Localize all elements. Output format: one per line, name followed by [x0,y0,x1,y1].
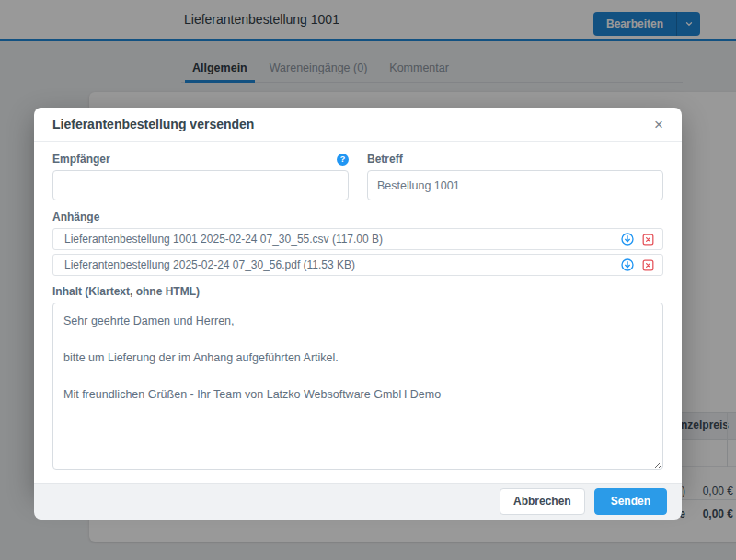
recipient-input[interactable] [52,170,349,200]
modal-body: Empfänger ? Betreff Anhänge Lieferantenb… [34,142,682,483]
recipient-label-row: Empfänger ? [52,153,349,166]
modal-header: Lieferantenbestellung versenden × [34,108,682,142]
cancel-button[interactable]: Abbrechen [500,488,585,514]
help-icon[interactable]: ? [337,154,349,166]
close-icon: × [654,116,663,133]
attachments-section: Anhänge Lieferantenbestellung 1001 2025-… [52,211,663,276]
subject-field-group: Betreff [367,153,663,200]
attachment-actions [620,257,655,272]
recipient-field-group: Empfänger ? [52,153,349,200]
attachment-delete-button[interactable] [641,258,655,272]
download-icon [620,232,635,246]
attachments-list: Lieferantenbestellung 1001 2025-02-24 07… [52,228,663,276]
attachment-download-button[interactable] [620,257,635,272]
message-textarea[interactable]: Sehr geehrte Damen und Herren, bitte um … [52,303,663,470]
send-order-modal: Lieferantenbestellung versenden × Empfän… [34,108,682,490]
download-icon [620,257,635,272]
subject-label-row: Betreff [367,153,663,166]
attachment-name: Lieferantenbestellung 2025-02-24 07_30_5… [64,258,355,271]
send-button[interactable]: Senden [594,488,667,514]
attachment-actions [620,232,655,246]
subject-input[interactable] [367,170,663,200]
message-label: Inhalt (Klartext, ohne HTML) [52,285,663,298]
attachment-row: Lieferantenbestellung 1001 2025-02-24 07… [52,228,663,250]
attachment-row: Lieferantenbestellung 2025-02-24 07_30_5… [52,254,663,276]
attachment-name: Lieferantenbestellung 1001 2025-02-24 07… [64,233,383,246]
message-section: Inhalt (Klartext, ohne HTML) Sehr geehrt… [52,285,663,474]
attachment-delete-button[interactable] [641,233,655,246]
subject-label: Betreff [367,153,403,166]
delete-x-icon [641,233,655,246]
close-button[interactable]: × [654,117,663,132]
delete-x-icon [641,258,655,272]
recipient-subject-row: Empfänger ? Betreff [52,153,663,200]
modal-footer: Abbrechen Senden [34,483,682,520]
recipient-label: Empfänger [52,153,110,166]
attachments-label: Anhänge [52,211,663,223]
attachment-download-button[interactable] [620,232,635,246]
modal-title: Lieferantenbestellung versenden [52,117,254,131]
